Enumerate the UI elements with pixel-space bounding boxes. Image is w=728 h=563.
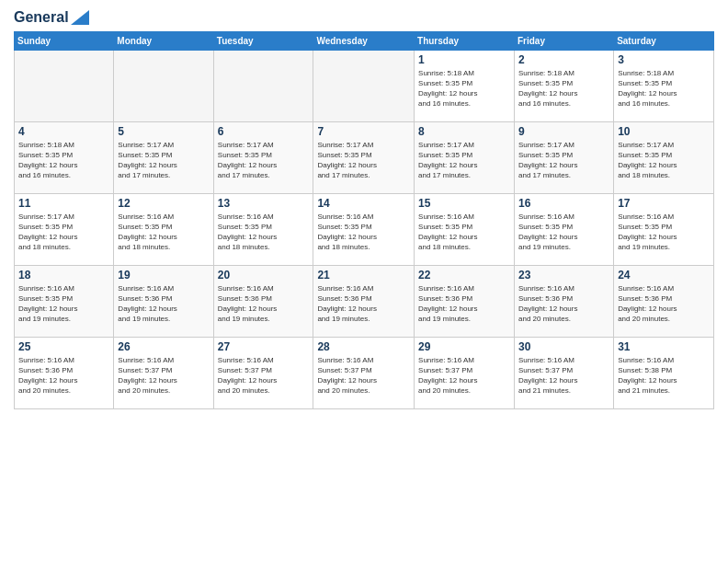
day-number: 31: [618, 340, 710, 353]
day-number: 9: [518, 125, 609, 138]
day-info: Sunrise: 5:17 AM Sunset: 5:35 PM Dayligh…: [218, 140, 310, 181]
calendar-cell: 9Sunrise: 5:17 AM Sunset: 5:35 PM Daylig…: [514, 121, 613, 193]
logo-general: General: [14, 9, 89, 26]
calendar-cell: 19Sunrise: 5:16 AM Sunset: 5:36 PM Dayli…: [114, 265, 213, 337]
weekday-header: Monday: [114, 31, 213, 50]
day-info: Sunrise: 5:17 AM Sunset: 5:35 PM Dayligh…: [18, 212, 109, 253]
day-info: Sunrise: 5:16 AM Sunset: 5:37 PM Dayligh…: [118, 355, 209, 396]
calendar-cell: 20Sunrise: 5:16 AM Sunset: 5:36 PM Dayli…: [213, 265, 313, 337]
day-number: 24: [618, 269, 710, 282]
weekday-header: Friday: [514, 31, 613, 50]
day-info: Sunrise: 5:16 AM Sunset: 5:35 PM Dayligh…: [317, 212, 410, 253]
calendar-cell: 12Sunrise: 5:16 AM Sunset: 5:35 PM Dayli…: [114, 193, 213, 265]
calendar-cell: 18Sunrise: 5:16 AM Sunset: 5:35 PM Dayli…: [15, 265, 114, 337]
calendar-cell: 7Sunrise: 5:17 AM Sunset: 5:35 PM Daylig…: [313, 121, 415, 193]
day-info: Sunrise: 5:17 AM Sunset: 5:35 PM Dayligh…: [618, 140, 710, 181]
calendar-cell: [213, 50, 313, 121]
calendar-cell: 15Sunrise: 5:16 AM Sunset: 5:35 PM Dayli…: [415, 193, 515, 265]
logo-icon: [71, 10, 89, 25]
calendar-cell: 3Sunrise: 5:18 AM Sunset: 5:35 PM Daylig…: [614, 50, 714, 121]
calendar-cell: 2Sunrise: 5:18 AM Sunset: 5:35 PM Daylig…: [514, 50, 613, 121]
calendar-cell: 25Sunrise: 5:16 AM Sunset: 5:36 PM Dayli…: [15, 337, 114, 408]
day-info: Sunrise: 5:16 AM Sunset: 5:35 PM Dayligh…: [518, 212, 609, 253]
day-info: Sunrise: 5:16 AM Sunset: 5:37 PM Dayligh…: [317, 355, 410, 396]
weekday-header: Thursday: [415, 31, 515, 50]
svg-marker-0: [71, 10, 89, 25]
day-number: 13: [218, 197, 310, 210]
day-number: 17: [618, 197, 710, 210]
day-number: 12: [118, 197, 209, 210]
day-number: 15: [418, 197, 510, 210]
day-number: 5: [118, 125, 209, 138]
calendar-cell: 11Sunrise: 5:17 AM Sunset: 5:35 PM Dayli…: [15, 193, 114, 265]
day-info: Sunrise: 5:16 AM Sunset: 5:36 PM Dayligh…: [618, 283, 710, 325]
calendar-cell: 26Sunrise: 5:16 AM Sunset: 5:37 PM Dayli…: [114, 337, 213, 408]
day-number: 6: [218, 125, 310, 138]
day-info: Sunrise: 5:16 AM Sunset: 5:35 PM Dayligh…: [218, 212, 310, 253]
calendar-cell: 21Sunrise: 5:16 AM Sunset: 5:36 PM Dayli…: [313, 265, 415, 337]
calendar-week-row: 25Sunrise: 5:16 AM Sunset: 5:36 PM Dayli…: [15, 337, 714, 408]
calendar-cell: 22Sunrise: 5:16 AM Sunset: 5:36 PM Dayli…: [415, 265, 515, 337]
calendar-cell: 30Sunrise: 5:16 AM Sunset: 5:37 PM Dayli…: [514, 337, 613, 408]
day-info: Sunrise: 5:18 AM Sunset: 5:35 PM Dayligh…: [618, 68, 710, 109]
day-number: 25: [18, 340, 109, 353]
day-info: Sunrise: 5:16 AM Sunset: 5:36 PM Dayligh…: [518, 283, 609, 325]
weekday-header: Sunday: [15, 31, 114, 50]
calendar-week-row: 1Sunrise: 5:18 AM Sunset: 5:35 PM Daylig…: [15, 50, 714, 121]
weekday-header: Wednesday: [313, 31, 415, 50]
calendar-cell: 6Sunrise: 5:17 AM Sunset: 5:35 PM Daylig…: [213, 121, 313, 193]
day-number: 29: [418, 340, 510, 353]
day-number: 19: [118, 269, 209, 282]
day-number: 7: [317, 125, 410, 138]
calendar-cell: 29Sunrise: 5:16 AM Sunset: 5:37 PM Dayli…: [415, 337, 515, 408]
day-number: 28: [317, 340, 410, 353]
calendar-cell: 13Sunrise: 5:16 AM Sunset: 5:35 PM Dayli…: [213, 193, 313, 265]
day-info: Sunrise: 5:16 AM Sunset: 5:37 PM Dayligh…: [418, 355, 510, 396]
day-number: 27: [218, 340, 310, 353]
calendar-cell: 31Sunrise: 5:16 AM Sunset: 5:38 PM Dayli…: [614, 337, 714, 408]
weekday-header: Saturday: [614, 31, 714, 50]
calendar-week-row: 11Sunrise: 5:17 AM Sunset: 5:35 PM Dayli…: [15, 193, 714, 265]
calendar-header-row: SundayMondayTuesdayWednesdayThursdayFrid…: [15, 31, 714, 50]
day-number: 2: [518, 53, 609, 66]
day-number: 21: [317, 269, 410, 282]
day-number: 4: [18, 125, 109, 138]
day-info: Sunrise: 5:16 AM Sunset: 5:38 PM Dayligh…: [618, 355, 710, 396]
day-info: Sunrise: 5:16 AM Sunset: 5:35 PM Dayligh…: [618, 212, 710, 253]
calendar-cell: 8Sunrise: 5:17 AM Sunset: 5:35 PM Daylig…: [415, 121, 515, 193]
day-number: 18: [18, 269, 109, 282]
calendar-cell: [15, 50, 114, 121]
day-number: 22: [418, 269, 510, 282]
calendar-cell: [313, 50, 415, 121]
calendar-cell: [114, 50, 213, 121]
calendar-cell: 4Sunrise: 5:18 AM Sunset: 5:35 PM Daylig…: [15, 121, 114, 193]
day-info: Sunrise: 5:16 AM Sunset: 5:37 PM Dayligh…: [518, 355, 609, 396]
day-info: Sunrise: 5:16 AM Sunset: 5:36 PM Dayligh…: [18, 355, 109, 396]
calendar-cell: 16Sunrise: 5:16 AM Sunset: 5:35 PM Dayli…: [514, 193, 613, 265]
day-info: Sunrise: 5:16 AM Sunset: 5:37 PM Dayligh…: [218, 355, 310, 396]
page-header: General: [14, 9, 714, 26]
logo-general-text: General: [14, 9, 69, 26]
day-info: Sunrise: 5:18 AM Sunset: 5:35 PM Dayligh…: [18, 140, 109, 181]
day-number: 11: [18, 197, 109, 210]
calendar-cell: 24Sunrise: 5:16 AM Sunset: 5:36 PM Dayli…: [614, 265, 714, 337]
calendar-cell: 17Sunrise: 5:16 AM Sunset: 5:35 PM Dayli…: [614, 193, 714, 265]
day-number: 1: [418, 53, 510, 66]
day-info: Sunrise: 5:16 AM Sunset: 5:35 PM Dayligh…: [18, 283, 109, 325]
weekday-header: Tuesday: [213, 31, 313, 50]
day-number: 16: [518, 197, 609, 210]
day-info: Sunrise: 5:17 AM Sunset: 5:35 PM Dayligh…: [418, 140, 510, 181]
day-info: Sunrise: 5:16 AM Sunset: 5:36 PM Dayligh…: [218, 283, 310, 325]
logo: General: [14, 9, 89, 26]
day-info: Sunrise: 5:16 AM Sunset: 5:36 PM Dayligh…: [418, 283, 510, 325]
calendar-cell: 10Sunrise: 5:17 AM Sunset: 5:35 PM Dayli…: [614, 121, 714, 193]
day-info: Sunrise: 5:17 AM Sunset: 5:35 PM Dayligh…: [518, 140, 609, 181]
day-number: 26: [118, 340, 209, 353]
day-info: Sunrise: 5:16 AM Sunset: 5:35 PM Dayligh…: [418, 212, 510, 253]
calendar-cell: 23Sunrise: 5:16 AM Sunset: 5:36 PM Dayli…: [514, 265, 613, 337]
calendar-table: SundayMondayTuesdayWednesdayThursdayFrid…: [14, 31, 714, 409]
day-info: Sunrise: 5:16 AM Sunset: 5:35 PM Dayligh…: [118, 212, 209, 253]
day-info: Sunrise: 5:17 AM Sunset: 5:35 PM Dayligh…: [118, 140, 209, 181]
day-number: 23: [518, 269, 609, 282]
calendar-cell: 5Sunrise: 5:17 AM Sunset: 5:35 PM Daylig…: [114, 121, 213, 193]
